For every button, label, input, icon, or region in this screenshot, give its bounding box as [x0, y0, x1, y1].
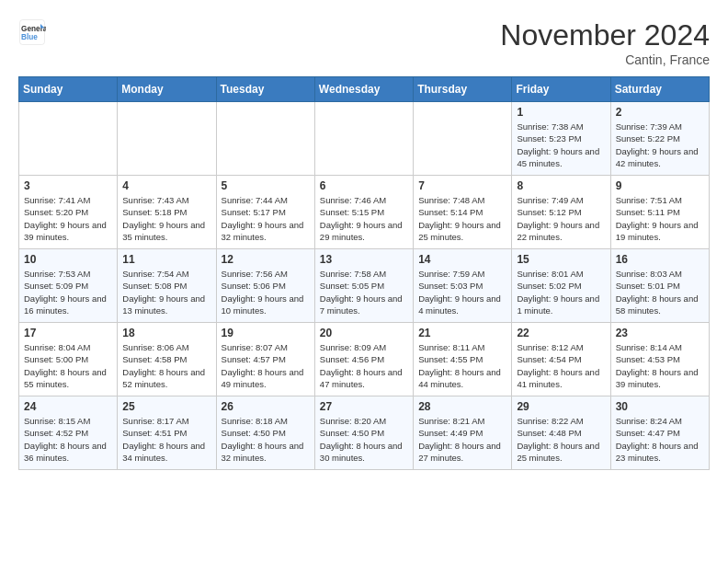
day-number: 4: [122, 179, 210, 192]
logo: General Blue: [18, 18, 46, 46]
calendar-cell: 4Sunrise: 7:43 AM Sunset: 5:18 PM Daylig…: [118, 176, 216, 249]
calendar-week-row: 10Sunrise: 7:53 AM Sunset: 5:09 PM Dayli…: [19, 249, 710, 323]
calendar-cell: 19Sunrise: 8:07 AM Sunset: 4:57 PM Dayli…: [216, 323, 314, 396]
day-info: Sunrise: 8:18 AM Sunset: 4:50 PM Dayligh…: [222, 415, 310, 464]
day-info: Sunrise: 8:01 AM Sunset: 5:02 PM Dayligh…: [517, 268, 605, 316]
day-number: 10: [24, 253, 112, 266]
calendar-cell: 2Sunrise: 7:39 AM Sunset: 5:22 PM Daylig…: [610, 102, 709, 176]
day-info: Sunrise: 7:49 AM Sunset: 5:12 PM Dayligh…: [517, 194, 605, 243]
day-info: Sunrise: 7:46 AM Sunset: 5:15 PM Dayligh…: [320, 194, 408, 243]
day-number: 26: [222, 400, 310, 413]
day-number: 13: [320, 253, 408, 266]
calendar-cell: 25Sunrise: 8:17 AM Sunset: 4:51 PM Dayli…: [118, 396, 216, 470]
calendar-cell: 13Sunrise: 7:58 AM Sunset: 5:05 PM Dayli…: [314, 249, 413, 323]
calendar-week-row: 17Sunrise: 8:04 AM Sunset: 5:00 PM Dayli…: [19, 323, 710, 396]
month-title: November 2024: [500, 18, 710, 52]
day-info: Sunrise: 8:03 AM Sunset: 5:01 PM Dayligh…: [616, 268, 704, 316]
calendar-cell: 27Sunrise: 8:20 AM Sunset: 4:50 PM Dayli…: [314, 396, 413, 470]
calendar-cell: 30Sunrise: 8:24 AM Sunset: 4:47 PM Dayli…: [610, 396, 709, 470]
calendar-cell: 14Sunrise: 7:59 AM Sunset: 5:03 PM Dayli…: [414, 249, 512, 323]
day-info: Sunrise: 8:14 AM Sunset: 4:53 PM Dayligh…: [616, 341, 704, 390]
weekday-header: Monday: [118, 77, 216, 102]
day-info: Sunrise: 8:20 AM Sunset: 4:50 PM Dayligh…: [320, 415, 408, 464]
day-number: 1: [517, 106, 605, 119]
calendar-cell: [118, 102, 216, 176]
day-info: Sunrise: 7:56 AM Sunset: 5:06 PM Dayligh…: [222, 268, 310, 316]
day-number: 11: [122, 253, 210, 266]
day-info: Sunrise: 8:06 AM Sunset: 4:58 PM Dayligh…: [122, 341, 210, 390]
day-info: Sunrise: 8:09 AM Sunset: 4:56 PM Dayligh…: [320, 341, 408, 390]
calendar-cell: 18Sunrise: 8:06 AM Sunset: 4:58 PM Dayli…: [118, 323, 216, 396]
day-info: Sunrise: 7:53 AM Sunset: 5:09 PM Dayligh…: [24, 268, 112, 316]
day-number: 22: [517, 327, 605, 339]
day-info: Sunrise: 8:17 AM Sunset: 4:51 PM Dayligh…: [122, 415, 210, 464]
calendar-cell: 17Sunrise: 8:04 AM Sunset: 5:00 PM Dayli…: [19, 323, 118, 396]
day-number: 2: [616, 106, 704, 119]
day-info: Sunrise: 8:12 AM Sunset: 4:54 PM Dayligh…: [517, 341, 605, 390]
day-info: Sunrise: 8:22 AM Sunset: 4:48 PM Dayligh…: [517, 415, 605, 464]
day-number: 20: [320, 327, 408, 339]
calendar-cell: [314, 102, 413, 176]
day-info: Sunrise: 7:39 AM Sunset: 5:22 PM Dayligh…: [616, 121, 704, 169]
day-number: 15: [517, 253, 605, 266]
day-number: 18: [122, 327, 210, 339]
calendar-week-row: 24Sunrise: 8:15 AM Sunset: 4:52 PM Dayli…: [19, 396, 710, 470]
page-header: General Blue November 2024 Cantin, Franc…: [18, 18, 710, 67]
calendar-cell: 9Sunrise: 7:51 AM Sunset: 5:11 PM Daylig…: [610, 176, 709, 249]
day-info: Sunrise: 8:04 AM Sunset: 5:00 PM Dayligh…: [24, 341, 112, 390]
day-info: Sunrise: 7:58 AM Sunset: 5:05 PM Dayligh…: [320, 268, 408, 316]
day-number: 5: [222, 179, 310, 192]
weekday-header-row: SundayMondayTuesdayWednesdayThursdayFrid…: [19, 77, 710, 102]
calendar-cell: 3Sunrise: 7:41 AM Sunset: 5:20 PM Daylig…: [19, 176, 118, 249]
day-info: Sunrise: 7:54 AM Sunset: 5:08 PM Dayligh…: [122, 268, 210, 316]
calendar-cell: 11Sunrise: 7:54 AM Sunset: 5:08 PM Dayli…: [118, 249, 216, 323]
calendar-cell: 26Sunrise: 8:18 AM Sunset: 4:50 PM Dayli…: [216, 396, 314, 470]
calendar-cell: 24Sunrise: 8:15 AM Sunset: 4:52 PM Dayli…: [19, 396, 118, 470]
day-info: Sunrise: 8:11 AM Sunset: 4:55 PM Dayligh…: [418, 341, 506, 390]
calendar-cell: 20Sunrise: 8:09 AM Sunset: 4:56 PM Dayli…: [314, 323, 413, 396]
calendar-week-row: 3Sunrise: 7:41 AM Sunset: 5:20 PM Daylig…: [19, 176, 710, 249]
calendar-cell: 10Sunrise: 7:53 AM Sunset: 5:09 PM Dayli…: [19, 249, 118, 323]
location: Cantin, France: [500, 52, 710, 67]
calendar-cell: 28Sunrise: 8:21 AM Sunset: 4:49 PM Dayli…: [414, 396, 512, 470]
calendar-cell: 12Sunrise: 7:56 AM Sunset: 5:06 PM Dayli…: [216, 249, 314, 323]
day-info: Sunrise: 7:43 AM Sunset: 5:18 PM Dayligh…: [122, 194, 210, 243]
weekday-header: Wednesday: [314, 77, 413, 102]
calendar-cell: [216, 102, 314, 176]
calendar-cell: 5Sunrise: 7:44 AM Sunset: 5:17 PM Daylig…: [216, 176, 314, 249]
calendar-cell: 23Sunrise: 8:14 AM Sunset: 4:53 PM Dayli…: [610, 323, 709, 396]
day-number: 25: [122, 400, 210, 413]
svg-text:Blue: Blue: [21, 33, 38, 41]
day-number: 17: [24, 327, 112, 339]
day-info: Sunrise: 8:24 AM Sunset: 4:47 PM Dayligh…: [616, 415, 704, 464]
day-number: 7: [418, 179, 506, 192]
calendar-cell: 6Sunrise: 7:46 AM Sunset: 5:15 PM Daylig…: [314, 176, 413, 249]
logo-icon: General Blue: [18, 18, 46, 46]
day-info: Sunrise: 7:48 AM Sunset: 5:14 PM Dayligh…: [418, 194, 506, 243]
calendar-cell: 22Sunrise: 8:12 AM Sunset: 4:54 PM Dayli…: [512, 323, 610, 396]
day-info: Sunrise: 7:51 AM Sunset: 5:11 PM Dayligh…: [616, 194, 704, 243]
day-number: 28: [418, 400, 506, 413]
day-number: 8: [517, 179, 605, 192]
day-number: 27: [320, 400, 408, 413]
day-number: 16: [616, 253, 704, 266]
day-info: Sunrise: 8:21 AM Sunset: 4:49 PM Dayligh…: [418, 415, 506, 464]
weekday-header: Thursday: [414, 77, 512, 102]
day-number: 3: [24, 179, 112, 192]
day-number: 23: [616, 327, 704, 339]
day-info: Sunrise: 7:44 AM Sunset: 5:17 PM Dayligh…: [222, 194, 310, 243]
weekday-header: Saturday: [610, 77, 709, 102]
day-number: 19: [222, 327, 310, 339]
calendar-table: SundayMondayTuesdayWednesdayThursdayFrid…: [18, 76, 710, 470]
calendar-week-row: 1Sunrise: 7:38 AM Sunset: 5:23 PM Daylig…: [19, 102, 710, 176]
day-info: Sunrise: 8:15 AM Sunset: 4:52 PM Dayligh…: [24, 415, 112, 464]
day-number: 24: [24, 400, 112, 413]
day-info: Sunrise: 7:41 AM Sunset: 5:20 PM Dayligh…: [24, 194, 112, 243]
day-info: Sunrise: 7:38 AM Sunset: 5:23 PM Dayligh…: [517, 121, 605, 169]
weekday-header: Sunday: [19, 77, 118, 102]
calendar-cell: 15Sunrise: 8:01 AM Sunset: 5:02 PM Dayli…: [512, 249, 610, 323]
calendar-cell: 8Sunrise: 7:49 AM Sunset: 5:12 PM Daylig…: [512, 176, 610, 249]
day-number: 21: [418, 327, 506, 339]
calendar-cell: 21Sunrise: 8:11 AM Sunset: 4:55 PM Dayli…: [414, 323, 512, 396]
calendar-cell: 7Sunrise: 7:48 AM Sunset: 5:14 PM Daylig…: [414, 176, 512, 249]
